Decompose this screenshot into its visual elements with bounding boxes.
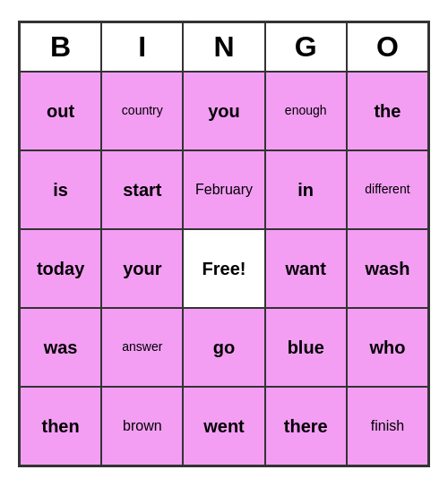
bingo-row: thenbrownwenttherefinish bbox=[20, 387, 428, 466]
cell-text: your bbox=[123, 258, 161, 279]
cell-text: is bbox=[53, 179, 68, 201]
bingo-cell: out bbox=[20, 72, 101, 150]
bingo-cell: different bbox=[347, 150, 428, 229]
bingo-header: BINGO bbox=[20, 22, 428, 72]
header-cell: O bbox=[347, 22, 428, 72]
cell-text: Free! bbox=[202, 258, 246, 279]
header-cell: B bbox=[20, 22, 101, 72]
bingo-cell: want bbox=[265, 229, 347, 308]
bingo-row: isstartFebruaryindifferent bbox=[20, 150, 428, 229]
cell-text: went bbox=[203, 415, 245, 437]
bingo-cell: who bbox=[347, 308, 428, 387]
cell-text: country bbox=[122, 103, 163, 118]
bingo-row: outcountryyouenoughthe bbox=[20, 72, 428, 150]
cell-text: the bbox=[374, 100, 401, 122]
bingo-cell: enough bbox=[265, 72, 347, 150]
cell-text: wash bbox=[365, 258, 409, 279]
cell-text: who bbox=[369, 337, 405, 358]
cell-text: different bbox=[365, 182, 409, 197]
bingo-cell: country bbox=[101, 72, 183, 150]
cell-text: brown bbox=[123, 417, 162, 434]
bingo-cell: February bbox=[183, 150, 264, 229]
cell-text: in bbox=[297, 179, 314, 201]
cell-text: was bbox=[44, 337, 78, 358]
bingo-card: BINGO outcountryyouenoughtheisstartFebru… bbox=[18, 21, 430, 467]
header-cell: I bbox=[101, 22, 183, 72]
bingo-cell: there bbox=[265, 387, 347, 466]
cell-text: want bbox=[285, 258, 326, 279]
cell-text: February bbox=[195, 181, 253, 198]
cell-text: then bbox=[41, 415, 79, 437]
cell-text: you bbox=[208, 100, 240, 122]
cell-text: blue bbox=[288, 337, 324, 358]
bingo-cell: your bbox=[101, 229, 183, 308]
cell-text: enough bbox=[285, 103, 327, 118]
cell-text: answer bbox=[122, 339, 162, 355]
bingo-row: todayyourFree!wantwash bbox=[20, 229, 428, 308]
bingo-cell: in bbox=[265, 150, 347, 229]
cell-text: go bbox=[213, 337, 235, 358]
header-cell: N bbox=[183, 22, 264, 72]
cell-text: there bbox=[284, 415, 328, 437]
bingo-cell: go bbox=[183, 308, 264, 387]
bingo-cell: then bbox=[20, 387, 101, 466]
bingo-row: wasanswergobluewho bbox=[20, 308, 428, 387]
cell-text: today bbox=[37, 258, 84, 279]
bingo-cell: finish bbox=[347, 387, 428, 466]
bingo-cell: went bbox=[183, 387, 264, 466]
bingo-cell: was bbox=[20, 308, 101, 387]
cell-text: finish bbox=[371, 417, 404, 434]
header-cell: G bbox=[265, 22, 347, 72]
bingo-cell: you bbox=[183, 72, 264, 150]
bingo-cell: is bbox=[20, 150, 101, 229]
cell-text: start bbox=[123, 179, 161, 201]
bingo-cell: wash bbox=[347, 229, 428, 308]
bingo-cell: start bbox=[101, 150, 183, 229]
bingo-cell: the bbox=[347, 72, 428, 150]
bingo-cell: blue bbox=[265, 308, 347, 387]
cell-text: out bbox=[47, 100, 74, 122]
bingo-cell: brown bbox=[101, 387, 183, 466]
bingo-cell: today bbox=[20, 229, 101, 308]
bingo-cell: answer bbox=[101, 308, 183, 387]
bingo-cell: Free! bbox=[183, 229, 264, 308]
